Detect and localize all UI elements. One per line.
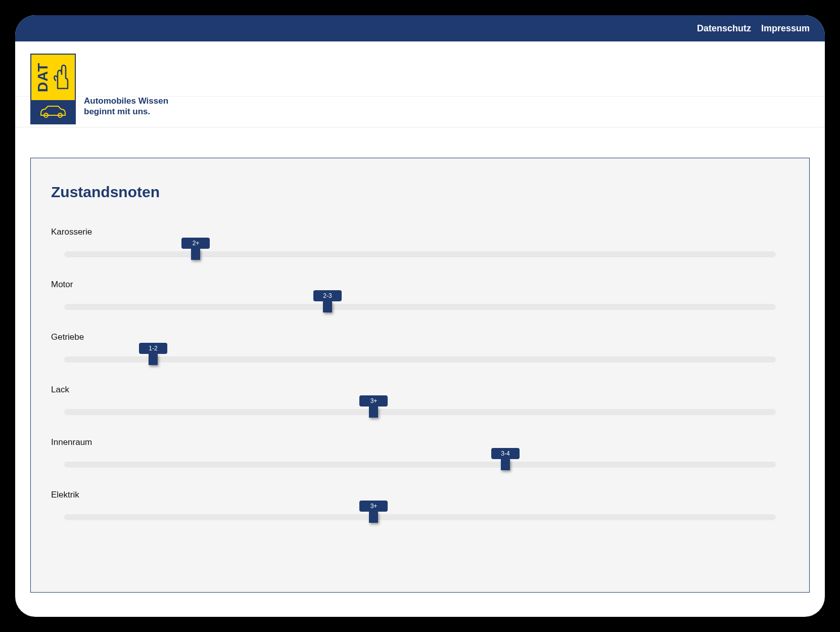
slider-group: Motor2-3 xyxy=(51,280,789,310)
zustandsnoten-panel: Zustandsnoten Karosserie2+Motor2-3Getrie… xyxy=(30,158,810,593)
slider-track-wrap: 2-3 xyxy=(51,304,789,310)
slider-group: Getriebe1-2 xyxy=(51,332,789,363)
slider-track-wrap: 3+ xyxy=(51,409,789,415)
slider-value-tooltip: 2+ xyxy=(181,238,210,249)
slider-value-tooltip: 1-2 xyxy=(139,343,167,354)
slider-label: Karosserie xyxy=(51,227,789,237)
slider-handle[interactable]: 3+ xyxy=(369,407,378,418)
car-icon xyxy=(38,103,68,120)
content-area: Zustandsnoten Karosserie2+Motor2-3Getrie… xyxy=(15,127,825,593)
slider-track[interactable]: 3-4 xyxy=(64,462,776,468)
slider-group: Innenraum3-4 xyxy=(51,437,789,468)
slider-label: Lack xyxy=(51,385,789,395)
logo-tagline: Automobiles Wissen beginnt mit uns. xyxy=(84,96,168,124)
tagline-line-1: Automobiles Wissen xyxy=(84,96,168,106)
hand-icon xyxy=(53,63,70,92)
sliders-container: Karosserie2+Motor2-3Getriebe1-2Lack3+Inn… xyxy=(51,227,789,520)
slider-handle[interactable]: 3+ xyxy=(369,512,378,523)
imprint-link[interactable]: Impressum xyxy=(761,23,810,34)
dat-logo: DAT xyxy=(30,54,76,124)
slider-track[interactable]: 3+ xyxy=(64,514,776,520)
slider-track-wrap: 3-4 xyxy=(51,462,789,468)
privacy-link[interactable]: Datenschutz xyxy=(697,23,751,34)
slider-handle[interactable]: 1-2 xyxy=(149,354,158,365)
logo-upper: DAT xyxy=(31,55,75,101)
slider-track-wrap: 2+ xyxy=(51,251,789,257)
panel-title: Zustandsnoten xyxy=(51,184,789,201)
slider-group: Karosserie2+ xyxy=(51,227,789,257)
slider-handle[interactable]: 2-3 xyxy=(323,301,332,312)
logo-lower xyxy=(31,100,75,123)
slider-track[interactable]: 3+ xyxy=(64,409,776,415)
top-nav-bar: Datenschutz Impressum xyxy=(15,15,825,41)
slider-track-wrap: 3+ xyxy=(51,514,789,520)
slider-label: Getriebe xyxy=(51,332,789,342)
header: DAT xyxy=(15,41,825,127)
slider-label: Motor xyxy=(51,280,789,290)
slider-track-wrap: 1-2 xyxy=(51,356,789,363)
slider-value-tooltip: 2-3 xyxy=(313,290,342,301)
logo-acronym: DAT xyxy=(35,63,51,92)
app-window: Datenschutz Impressum DAT xyxy=(15,15,825,617)
slider-value-tooltip: 3-4 xyxy=(491,448,520,459)
slider-value-tooltip: 3+ xyxy=(359,501,388,512)
slider-value-tooltip: 3+ xyxy=(359,395,388,407)
slider-label: Innenraum xyxy=(51,437,789,447)
slider-track[interactable]: 1-2 xyxy=(64,356,776,363)
slider-track[interactable]: 2-3 xyxy=(64,304,776,310)
tagline-line-2: beginnt mit uns. xyxy=(84,106,168,117)
slider-group: Lack3+ xyxy=(51,385,789,415)
slider-handle[interactable]: 3-4 xyxy=(501,459,510,470)
slider-label: Elektrik xyxy=(51,490,789,500)
slider-handle[interactable]: 2+ xyxy=(191,249,200,260)
logo-block: DAT xyxy=(30,54,168,124)
slider-group: Elektrik3+ xyxy=(51,490,789,520)
slider-track[interactable]: 2+ xyxy=(64,251,776,257)
